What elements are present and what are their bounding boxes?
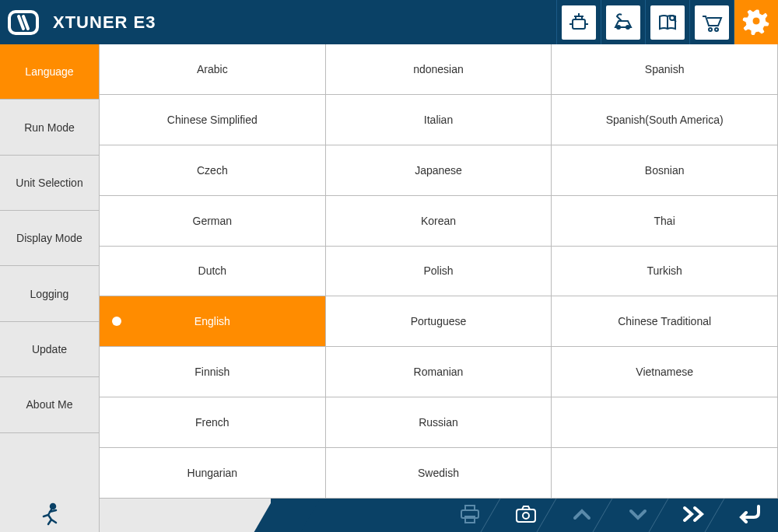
footer-controls (442, 499, 778, 532)
language-option[interactable]: Russian (326, 397, 552, 448)
footer (0, 499, 778, 532)
engine-icon (562, 5, 596, 40)
language-option[interactable]: Korean (326, 196, 552, 247)
language-option[interactable]: Romanian (326, 347, 552, 397)
chevron-down-icon (627, 506, 649, 525)
language-option[interactable]: Chinese Simplified (100, 95, 326, 145)
svg-point-7 (752, 17, 760, 25)
footer-mid (100, 499, 442, 532)
chevron-up-icon (571, 506, 593, 525)
language-option[interactable]: German (100, 196, 326, 247)
book-search-icon (650, 5, 685, 40)
running-man-icon (39, 502, 61, 529)
sidebar-item-about-me[interactable]: About Me (0, 377, 99, 432)
language-option[interactable]: Arabic (100, 44, 326, 95)
return-icon (737, 505, 763, 527)
language-option[interactable]: Thai (552, 196, 778, 247)
language-option[interactable]: French (100, 397, 326, 448)
header: XTUNER E3 (0, 0, 778, 44)
printer-icon (458, 504, 482, 527)
sidebar-item-run-mode[interactable]: Run Mode (0, 100, 99, 155)
sidebar-item-display-mode[interactable]: Display Mode (0, 211, 99, 266)
car-wrench-icon (606, 5, 640, 40)
language-option[interactable]: Turkish (552, 247, 778, 297)
back-button[interactable] (722, 499, 778, 532)
language-option[interactable]: Czech (100, 145, 326, 196)
cart-icon (695, 5, 729, 40)
sidebar-item-label: Run Mode (24, 121, 75, 134)
language-option (552, 448, 778, 499)
language-option[interactable]: English (100, 296, 326, 347)
language-option[interactable]: Swedish (326, 448, 552, 499)
sidebar-item-label: Unit Selection (16, 177, 82, 189)
language-option[interactable]: Portuguese (326, 296, 552, 347)
app-logo (0, 0, 47, 44)
svg-rect-10 (465, 506, 475, 510)
language-option[interactable]: Polish (326, 247, 552, 297)
language-option[interactable]: Italian (326, 95, 552, 145)
language-option[interactable]: Spanish(South America) (552, 95, 778, 145)
language-option[interactable]: Dutch (100, 247, 326, 297)
app-title: XTUNER E3 (53, 12, 156, 33)
sidebar-item-label: Language (25, 65, 73, 78)
diagnostics-button[interactable] (556, 0, 601, 44)
language-option[interactable]: Japanese (326, 145, 552, 196)
svg-point-5 (709, 28, 712, 31)
language-option[interactable]: Vietnamese (552, 347, 778, 397)
sidebar-item-language[interactable]: Language (0, 44, 99, 100)
settings-button[interactable] (734, 0, 778, 44)
sidebar-item-label: About Me (26, 398, 73, 411)
language-option[interactable]: Spanish (552, 44, 778, 95)
language-grid: ArabicndonesianSpanishChinese Simplified… (100, 44, 778, 499)
settings-sidebar: Language Run Mode Unit Selection Display… (0, 44, 100, 499)
exit-button[interactable] (0, 499, 100, 532)
language-option[interactable]: Chinese Traditional (552, 296, 778, 347)
shop-button[interactable] (689, 0, 734, 44)
gear-icon (742, 7, 770, 38)
language-option[interactable]: Hungarian (100, 448, 326, 499)
svg-point-8 (51, 504, 55, 509)
camera-icon (514, 504, 538, 527)
sidebar-item-unit-selection[interactable]: Unit Selection (0, 156, 99, 211)
language-option[interactable]: Bosnian (552, 145, 778, 196)
maintenance-button[interactable] (601, 0, 645, 44)
svg-rect-12 (517, 509, 535, 522)
language-option (552, 397, 778, 448)
sidebar-item-label: Update (32, 343, 67, 355)
sidebar-item-label: Logging (30, 288, 69, 300)
svg-point-13 (523, 513, 529, 519)
sidebar-spacer (0, 433, 99, 499)
double-chevron-right-icon (681, 505, 707, 527)
manual-button[interactable] (645, 0, 689, 44)
sidebar-item-logging[interactable]: Logging (0, 266, 99, 321)
svg-point-6 (715, 28, 718, 31)
sidebar-item-update[interactable]: Update (0, 322, 99, 377)
language-panel: ArabicndonesianSpanishChinese Simplified… (100, 44, 778, 499)
sidebar-item-label: Display Mode (16, 232, 82, 244)
language-option[interactable]: Finnish (100, 347, 326, 397)
language-option[interactable]: ndonesian (326, 44, 552, 95)
svg-rect-1 (573, 19, 585, 29)
